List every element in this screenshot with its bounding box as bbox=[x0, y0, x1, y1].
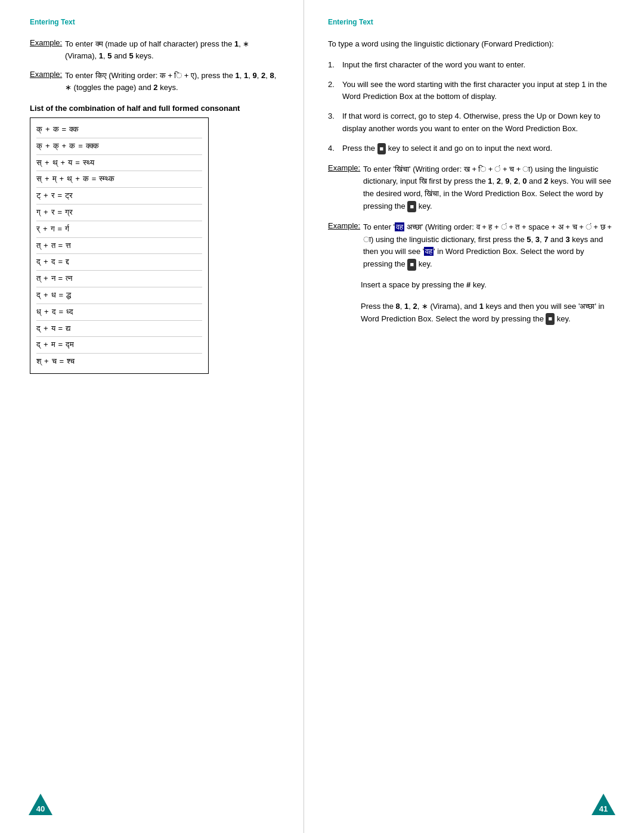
step-3: 3. If that word is correct, go to step 4… bbox=[328, 110, 614, 135]
consonant-row-10: त्+न=त्न bbox=[36, 270, 202, 287]
step-1: 1. Input the first character of the word… bbox=[328, 59, 614, 72]
consonant-row-8: त्+त=त्त bbox=[36, 237, 202, 254]
consonant-row-11: द्+ध=द्ध bbox=[36, 287, 202, 304]
left-page: Entering Text Example: To enter क्म (mad… bbox=[0, 0, 304, 833]
consonant-row-13: द्+य=द्य bbox=[36, 320, 202, 337]
consonant-row-4: स्+म्+थ्+क=स्म्थ्क bbox=[36, 171, 202, 187]
consonant-row-3: स्+थ्+य=स्थ्य bbox=[36, 154, 202, 171]
example-1-hindi: क्म bbox=[95, 39, 103, 48]
steps-list: 1. Input the first character of the word… bbox=[328, 59, 614, 155]
consonant-row-1: क्+क=क्क bbox=[36, 122, 202, 138]
example-1-text: To enter क्म (made up of half character)… bbox=[65, 38, 280, 61]
right-page-triangle: 41 bbox=[593, 794, 614, 815]
right-page: Entering Text To type a word using the l… bbox=[304, 0, 644, 833]
key-button-4: ■ bbox=[377, 143, 386, 155]
consonant-row-7: र्+ग=र्ग bbox=[36, 221, 202, 237]
insert-space-text: Insert a space by pressing the # key. bbox=[361, 279, 614, 292]
left-triangle-num: 40 bbox=[36, 804, 45, 813]
step-2: 2. You will see the word starting with t… bbox=[328, 79, 614, 104]
example-2-hindi: किए bbox=[95, 71, 107, 80]
example-2: Example: To enter किए (Writing order: क … bbox=[30, 70, 280, 93]
right-example-1: Example: To enter 'खिंचा' (Writing order… bbox=[328, 163, 614, 213]
right-example-1-text: To enter 'खिंचा' (Writing order: ख + ि +… bbox=[363, 163, 614, 213]
left-page-number: 40 bbox=[30, 794, 51, 815]
highlighted-word: वह bbox=[395, 222, 404, 231]
consonant-row-6: ग्+र=ग्र bbox=[36, 204, 202, 221]
right-example-2: Example: To enter 'वह अच्छा' (Writing or… bbox=[328, 221, 614, 271]
right-example-1-label: Example: bbox=[328, 163, 361, 172]
press-8-text: Press the 8, 1, 2, ∗ (Virama), and 1 key… bbox=[361, 301, 614, 326]
example-2-label: Example: bbox=[30, 70, 63, 79]
key-button-ex1: ■ bbox=[407, 201, 416, 213]
example-1: Example: To enter क्म (made up of half c… bbox=[30, 38, 280, 61]
right-triangle-num: 41 bbox=[599, 804, 608, 813]
consonant-row-5: ट्+र=ट्र bbox=[36, 187, 202, 204]
consonant-section-heading: List of the combination of half and full… bbox=[30, 104, 280, 113]
consonant-row-2: क्+क्+क=क्क्क bbox=[36, 138, 202, 154]
right-example-2-text: To enter 'वह अच्छा' (Writing order: व + … bbox=[363, 221, 614, 271]
highlighted-word-2: वह bbox=[424, 247, 434, 256]
example-1-label: Example: bbox=[30, 38, 63, 47]
consonant-table: क्+क=क्क क्+क्+क=क्क्क स्+थ्+य=स्थ्य स्+… bbox=[30, 117, 209, 374]
key-button-ex2a: ■ bbox=[407, 259, 416, 271]
consonant-row-12: ध्+द=ध्द bbox=[36, 304, 202, 320]
right-page-number: 41 bbox=[593, 794, 614, 815]
example-2-text: To enter किए (Writing order: क + ि + ए),… bbox=[65, 70, 280, 93]
step-4: 4. Press the ■ key to select it and go o… bbox=[328, 143, 614, 155]
right-example-2-label: Example: bbox=[328, 221, 361, 230]
consonant-row-9: द्+द=द्द bbox=[36, 253, 202, 270]
right-page-header: Entering Text bbox=[328, 18, 614, 26]
left-page-header: Entering Text bbox=[30, 18, 280, 26]
key-button-ex2b: ■ bbox=[546, 313, 555, 325]
right-intro: To type a word using the linguistic dict… bbox=[328, 38, 614, 51]
left-page-triangle: 40 bbox=[30, 794, 51, 815]
consonant-row-15: श्+च=श्च bbox=[36, 353, 202, 370]
consonant-row-14: द्+म=द्म bbox=[36, 336, 202, 353]
